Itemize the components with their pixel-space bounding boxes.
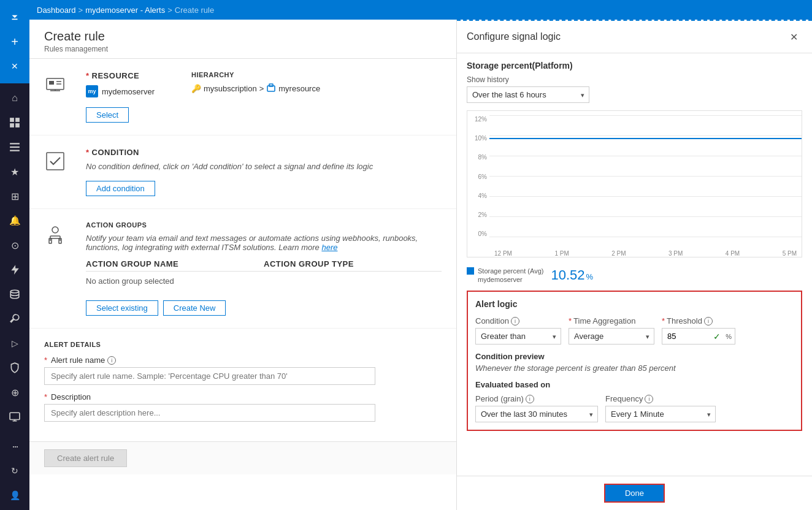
legend-server: mydemoserver <box>467 276 543 283</box>
time-agg-label: * Time Aggregation <box>569 316 654 325</box>
resource-section: * RESOURCE my mydemoserver HIERARCHY <box>29 59 456 135</box>
lightning-icon[interactable] <box>0 257 29 282</box>
grid-line-8 <box>489 156 802 156</box>
condition-select-wrapper: Greater than Less than Equal to <box>475 328 561 344</box>
panel-footer: Create alert rule <box>29 441 456 474</box>
condition-preview-text: Whenever the storage percent is greater … <box>475 363 794 373</box>
select-resource-button[interactable]: Select <box>86 107 129 123</box>
terminal-icon[interactable]: ▷ <box>0 331 29 356</box>
shield-icon[interactable] <box>0 356 29 380</box>
monitor-icon[interactable] <box>0 405 29 429</box>
person-icon[interactable]: 👤 <box>0 483 29 508</box>
rule-name-input[interactable] <box>44 367 375 385</box>
period-select[interactable]: Over the last 5 minutes Over the last 15… <box>475 406 598 422</box>
action-groups-label: ACTION GROUPS <box>86 221 442 229</box>
star-icon[interactable]: ★ <box>0 159 29 184</box>
action-groups-content: ACTION GROUPS Notify your team via email… <box>86 221 442 316</box>
select-existing-button[interactable]: Select existing <box>86 300 158 316</box>
breadcrumb-sep1: > <box>79 6 83 15</box>
resource-avatar: my <box>86 85 98 97</box>
grid-icon[interactable]: ⊞ <box>0 184 29 208</box>
svg-rect-1 <box>15 118 20 122</box>
threshold-info-icon: i <box>704 317 713 325</box>
description-group: * Description <box>44 392 442 422</box>
history-select[interactable]: Over the last 6 hours Over the last 12 h… <box>467 86 589 103</box>
expand-icon[interactable] <box>0 5 29 29</box>
condition-field-label: Condition i <box>475 316 561 325</box>
resource-label: * RESOURCE <box>86 71 155 80</box>
alert-details-section: ALERT DETAILS * Alert rule name i * Desc… <box>29 329 456 441</box>
evaluated-row: Period (grain) i Over the last 5 minutes… <box>475 394 794 422</box>
svg-point-7 <box>10 290 19 293</box>
breadcrumb-current: Create rule <box>175 6 214 15</box>
dashboard-icon[interactable] <box>0 110 29 135</box>
frequency-select[interactable]: Every 1 Minute Every 5 Minutes Every 15 … <box>605 406 716 422</box>
resource-content: * RESOURCE my mydemoserver HIERARCHY <box>86 71 442 123</box>
condition-info-icon: i <box>511 317 519 325</box>
y-label-0: 0% <box>470 230 487 237</box>
time-agg-field: * Time Aggregation Average Minimum Maxim… <box>569 316 654 344</box>
condition-label: * CONDITION <box>86 148 442 157</box>
svg-rect-16 <box>269 84 273 86</box>
done-button[interactable]: Done <box>604 484 665 503</box>
grid-line-6 <box>489 176 802 177</box>
svg-point-18 <box>52 227 58 233</box>
svg-rect-6 <box>10 150 20 151</box>
svg-rect-8 <box>10 413 20 419</box>
breadcrumb-dashboard[interactable]: Dashboard <box>37 6 76 15</box>
frequency-info-icon: i <box>645 395 653 403</box>
description-input[interactable] <box>44 404 375 422</box>
add-condition-button[interactable]: Add condition <box>86 181 155 196</box>
close-icon-sidebar[interactable]: ✕ <box>0 54 29 78</box>
dots-icon[interactable]: ··· <box>0 434 29 459</box>
menu-icon[interactable] <box>0 135 29 159</box>
learn-more-link[interactable]: here <box>321 243 337 252</box>
legend-text-block: Storage percent (Avg) mydemoserver <box>467 267 543 283</box>
signal-close-button[interactable]: ✕ <box>785 28 802 45</box>
grid-line-0 <box>489 237 802 237</box>
wrench-icon[interactable] <box>0 306 29 331</box>
condition-text: No condition defined, click on 'Add cond… <box>86 162 442 171</box>
bell-icon[interactable]: 🔔 <box>0 208 29 233</box>
refresh-icon[interactable]: ↻ <box>0 459 29 483</box>
page-title: Create rule <box>44 29 442 44</box>
chart-x-labels: 12 PM 1 PM 2 PM 3 PM 4 PM 5 PM <box>489 250 802 257</box>
globe-icon[interactable]: ⊙ <box>0 233 29 257</box>
action-groups-table: ACTION GROUP NAME ACTION GROUP TYPE No a… <box>86 257 442 291</box>
rule-name-info: i <box>107 356 116 365</box>
sidebar: + ✕ ⌂ ★ ⊞ 🔔 ⊙ ▷ ⊕ ··· ↻ 👤 <box>0 0 29 510</box>
signal-content: Storage percent(Platform) Show history O… <box>457 53 812 476</box>
x-label-2pm: 2 PM <box>611 250 626 257</box>
home-icon[interactable]: ⌂ <box>0 86 29 110</box>
breadcrumb: Dashboard > mydemoserver - Alerts > Crea… <box>37 6 214 15</box>
alert-logic-box: Alert logic Condition i Greater than <box>467 291 802 431</box>
storage-title: Storage percent(Platform) <box>467 61 802 70</box>
condition-select[interactable]: Greater than Less than Equal to <box>475 328 561 344</box>
threshold-check-icon: ✓ <box>713 332 721 341</box>
grid-line-2 <box>489 216 802 217</box>
rule-name-label: * Alert rule name i <box>44 356 442 365</box>
svg-rect-10 <box>49 81 54 85</box>
plus-icon[interactable]: + <box>0 29 29 54</box>
frequency-label: Frequency i <box>605 394 716 403</box>
topbar: Dashboard > mydemoserver - Alerts > Crea… <box>29 0 812 20</box>
threshold-input[interactable] <box>662 328 735 344</box>
time-agg-select[interactable]: Average Minimum Maximum Total <box>569 328 654 344</box>
hierarchy-subscription: mysubscription <box>204 84 257 93</box>
create-alert-rule-button[interactable]: Create alert rule <box>44 449 127 467</box>
threshold-field: * Threshold i ✓ % <box>662 316 735 344</box>
y-label-10: 10% <box>470 135 487 142</box>
create-new-button[interactable]: Create New <box>163 300 226 316</box>
y-label-4: 4% <box>470 192 487 199</box>
period-info-icon: i <box>526 395 534 403</box>
rule-name-group: * Alert rule name i <box>44 356 442 385</box>
chart-data-line <box>489 138 802 139</box>
y-label-12: 12% <box>470 116 487 123</box>
y-label-6: 6% <box>470 173 487 180</box>
breadcrumb-alerts[interactable]: mydemoserver - Alerts <box>85 6 165 15</box>
condition-content: * CONDITION No condition defined, click … <box>86 148 442 196</box>
puzzle-icon[interactable]: ⊕ <box>0 380 29 405</box>
time-agg-select-wrapper: Average Minimum Maximum Total <box>569 328 654 344</box>
resource-icon <box>44 71 74 123</box>
database-icon[interactable] <box>0 282 29 306</box>
